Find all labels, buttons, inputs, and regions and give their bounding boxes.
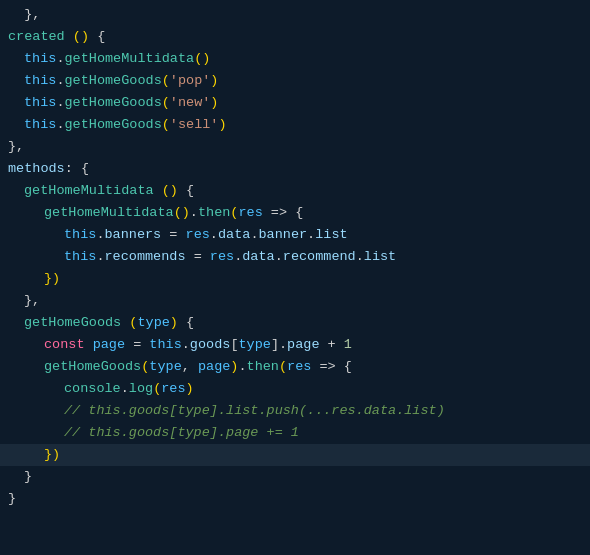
code-token: getHomeMultidata (65, 48, 195, 70)
code-token: . (56, 70, 64, 92)
code-token: page (198, 356, 230, 378)
code-token: ) (230, 356, 238, 378)
code-line: }, (0, 4, 590, 26)
code-token: . (238, 356, 246, 378)
code-token: . (275, 246, 283, 268)
code-token: ) (186, 378, 194, 400)
code-token: }, (24, 290, 40, 312)
code-token: . (56, 48, 64, 70)
code-token: . (307, 224, 315, 246)
code-token: . (96, 246, 104, 268)
code-token: ( (129, 312, 137, 334)
code-token: // this.goods[type].page += 1 (64, 422, 299, 444)
code-token: ( (279, 356, 287, 378)
code-token: = (125, 334, 149, 356)
code-token: this (64, 224, 96, 246)
code-token: page (93, 334, 125, 356)
code-token: banner (258, 224, 307, 246)
code-token: this (64, 246, 96, 268)
code-token: const (44, 334, 85, 356)
code-token: }, (8, 136, 24, 158)
code-token: { (178, 312, 194, 334)
code-line: } (0, 488, 590, 510)
code-token: . (121, 378, 129, 400)
code-token (85, 334, 93, 356)
code-token: () (162, 180, 178, 202)
code-line: }, (0, 290, 590, 312)
code-token: ( (162, 92, 170, 114)
code-token: data (218, 224, 250, 246)
code-token: console (64, 378, 121, 400)
code-line: getHomeGoods ( type , page ) . then ( re… (0, 356, 590, 378)
code-token: getHomeMultidata (24, 180, 154, 202)
code-line: created () { (0, 26, 590, 48)
code-token: ( (162, 70, 170, 92)
code-token: ) (210, 70, 218, 92)
code-token: ( (141, 356, 149, 378)
code-token: . (250, 224, 258, 246)
code-token: () (194, 48, 210, 70)
code-token: goods (190, 334, 231, 356)
code-token: recommend (283, 246, 356, 268)
code-line: getHomeGoods ( type ) { (0, 312, 590, 334)
code-token: ) (210, 92, 218, 114)
code-token: banners (105, 224, 162, 246)
code-token: 'pop' (170, 70, 211, 92)
code-token: ]. (271, 334, 287, 356)
code-token: data (242, 246, 274, 268)
code-token: => { (311, 356, 352, 378)
code-token: getHomeGoods (44, 356, 141, 378)
code-token (65, 26, 73, 48)
code-token: () (73, 26, 89, 48)
code-token: methods (8, 158, 65, 180)
code-token: = (161, 224, 185, 246)
code-token: }) (44, 268, 60, 290)
code-token: { (89, 26, 105, 48)
code-token: , (182, 356, 198, 378)
code-line: console . log ( res ) (0, 378, 590, 400)
code-token: + (320, 334, 344, 356)
code-token: { (178, 180, 194, 202)
code-token: }, (8, 4, 40, 26)
code-token: ( (162, 114, 170, 136)
code-token (121, 312, 129, 334)
code-token: } (24, 466, 32, 488)
code-token: this (149, 334, 181, 356)
code-line: methods : { (0, 158, 590, 180)
code-token: page (287, 334, 319, 356)
code-token: res (210, 246, 234, 268)
code-token: 1 (344, 334, 352, 356)
code-token: : { (65, 158, 89, 180)
code-line: this . getHomeGoods ( 'sell' ) (0, 114, 590, 136)
code-token: ) (170, 312, 178, 334)
code-token (154, 180, 162, 202)
code-line-highlighted: }) (0, 444, 590, 466)
code-token: res (238, 202, 262, 224)
code-token: type (149, 356, 181, 378)
code-token: this (24, 92, 56, 114)
code-token: getHomeGoods (65, 70, 162, 92)
code-token: getHomeGoods (65, 114, 162, 136)
code-token: getHomeMultidata (44, 202, 174, 224)
code-token: ) (218, 114, 226, 136)
code-token: 'new' (170, 92, 211, 114)
code-token: ( (230, 202, 238, 224)
code-token: . (234, 246, 242, 268)
code-token: ( (153, 378, 161, 400)
code-line: this . getHomeGoods ( 'new' ) (0, 92, 590, 114)
code-token: res (161, 378, 185, 400)
code-token: . (56, 114, 64, 136)
code-token: this (24, 48, 56, 70)
code-token: . (356, 246, 364, 268)
code-token: . (96, 224, 104, 246)
code-token: created (8, 26, 65, 48)
code-line: getHomeMultidata () { (0, 180, 590, 202)
code-line: } (0, 466, 590, 488)
code-token: this (24, 70, 56, 92)
code-token: . (210, 224, 218, 246)
code-editor: }, created () { this . getHomeMultidata … (0, 0, 590, 555)
code-token: } (8, 488, 16, 510)
code-token: () (174, 202, 190, 224)
code-token: list (364, 246, 396, 268)
code-line: // this.goods[type].list.push(...res.dat… (0, 400, 590, 422)
